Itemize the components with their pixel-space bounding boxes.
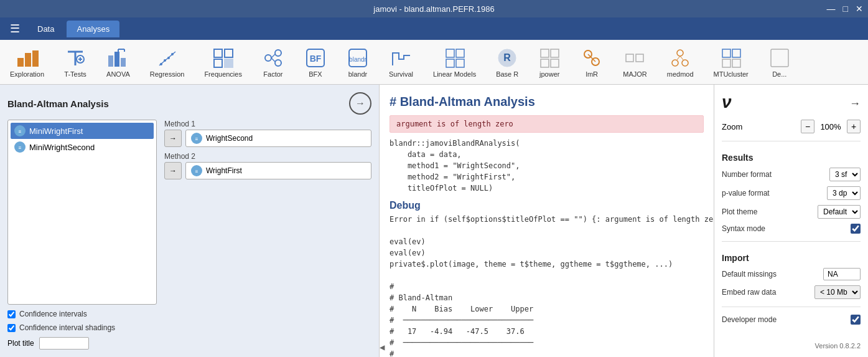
app-title: jamovi - bland.altman.PEFR.1986 <box>373 4 494 14</box>
error-box: argument is of length zero <box>390 115 704 133</box>
svg-point-48 <box>672 60 678 66</box>
zoom-minus-btn[interactable]: − <box>801 120 814 133</box>
plot-title-input[interactable] <box>39 337 89 350</box>
regression-icon <box>156 47 179 69</box>
next-analysis-btn[interactable]: → <box>349 92 371 115</box>
svg-line-18 <box>159 52 175 65</box>
var-item-miniwrightfirst[interactable]: ≡ MiniWrightFirst <box>11 123 154 139</box>
method2-arrow-btn[interactable]: → <box>164 162 182 179</box>
ribbon-medmod[interactable]: medmod <box>662 44 699 80</box>
default-missings-input[interactable] <box>823 268 861 280</box>
ribbon-base-r[interactable]: R Base R <box>491 44 523 80</box>
confidence-intervals-checkbox[interactable] <box>7 310 16 318</box>
ribbon-survival[interactable]: Survival <box>384 44 418 80</box>
svg-rect-2 <box>32 50 39 67</box>
panel-title-text: Bland-Altman Analysis <box>7 98 109 109</box>
ribbon-bfx[interactable]: BF BFX <box>299 44 332 80</box>
ribbon: Exploration T-Tests ANOVA <box>0 40 868 85</box>
var-item-miniwrightsecond[interactable]: ≡ MiniWrightSecond <box>11 139 154 155</box>
right-nav-arrow[interactable]: → <box>849 97 861 110</box>
svg-point-24 <box>275 50 281 56</box>
method1-arrow-btn[interactable]: → <box>164 130 182 147</box>
svg-rect-10 <box>121 58 126 67</box>
plot-theme-row: Plot theme Default <box>722 205 861 219</box>
confidence-shadings-checkbox[interactable] <box>7 324 16 332</box>
developer-mode-checkbox[interactable] <box>851 315 861 325</box>
center-panel: # Bland-Altman Analysis argument is of l… <box>380 85 714 357</box>
ribbon-regression[interactable]: Regression <box>145 44 190 80</box>
exploration-icon <box>16 47 39 69</box>
close-btn[interactable]: ✕ <box>856 4 863 14</box>
pvalue-format-select[interactable]: 3 dp <box>827 186 861 200</box>
plot-title-row: Plot title <box>7 337 371 350</box>
svg-line-51 <box>680 56 683 60</box>
divider-1 <box>722 141 861 141</box>
method1-field: ≡ WrightSecond <box>185 130 371 147</box>
confidence-shadings-row: Confidence interval shadings <box>7 323 371 332</box>
ribbon-jpower[interactable]: jpower <box>533 44 566 80</box>
confidence-intervals-row: Confidence intervals <box>7 310 371 318</box>
base-r-label: Base R <box>496 70 518 78</box>
svg-text:BF: BF <box>310 54 322 64</box>
blandr-label: blandr <box>348 70 368 78</box>
ribbon-ttests[interactable]: T-Tests <box>59 44 91 80</box>
embed-raw-data-select[interactable]: < 10 Mb <box>814 285 861 299</box>
svg-text:blandr: blandr <box>349 56 366 63</box>
syntax-mode-checkbox[interactable] <box>851 224 861 234</box>
svg-rect-38 <box>541 49 549 57</box>
ribbon-lmr[interactable]: lmR <box>576 44 608 80</box>
ribbon-factor[interactable]: Factor <box>257 44 289 80</box>
minimize-btn[interactable]: — <box>827 4 836 14</box>
svg-text:≡: ≡ <box>195 169 198 174</box>
variable-list: ≡ MiniWrightFirst ≡ MiniWrightSecond <box>7 120 157 305</box>
var-icon-miniwrightfirst: ≡ <box>14 125 26 136</box>
plot-title-label: Plot title <box>7 339 34 348</box>
svg-rect-33 <box>456 49 464 57</box>
ribbon-mtucluster[interactable]: MTUcluster <box>709 44 754 80</box>
ribbon-exploration[interactable]: Exploration <box>5 44 49 80</box>
scroll-left-icon[interactable]: ◀ <box>380 342 385 352</box>
svg-text:≡: ≡ <box>195 136 198 142</box>
linear-models-icon <box>444 47 466 69</box>
right-panel: ν → Zoom − 100% + Results Number format … <box>714 85 868 357</box>
embed-raw-data-label: Embed raw data <box>722 288 776 297</box>
version-text: Version 0.8.2.2 <box>722 342 861 350</box>
default-missings-row: Default missings <box>722 268 861 280</box>
ribbon-de[interactable]: De... <box>763 44 796 80</box>
number-format-label: Number format <box>722 170 772 179</box>
maximize-btn[interactable]: □ <box>843 4 848 14</box>
method-area: Method 1 → ≡ WrightSecond <box>164 120 371 305</box>
developer-mode-label: Developer mode <box>722 315 777 324</box>
zoom-row: Zoom − 100% + <box>722 120 861 133</box>
svg-line-27 <box>271 58 275 62</box>
jpower-label: jpower <box>539 70 559 78</box>
ribbon-major[interactable]: MAJOR <box>618 44 652 80</box>
regression-label: Regression <box>150 70 185 78</box>
plot-theme-label: Plot theme <box>722 207 757 216</box>
method1-group: Method 1 → ≡ WrightSecond <box>164 120 371 147</box>
ribbon-blandr[interactable]: blandr blandr <box>342 44 374 80</box>
plot-theme-select[interactable]: Default <box>818 205 861 219</box>
medmod-icon <box>669 47 691 69</box>
window-controls[interactable]: — □ ✕ <box>827 4 863 14</box>
zoom-plus-btn[interactable]: + <box>847 120 861 133</box>
svg-rect-45 <box>626 54 633 62</box>
tab-data[interactable]: Data <box>27 21 64 37</box>
number-format-select[interactable]: 3 sf <box>829 168 861 181</box>
ribbon-linear-models[interactable]: Linear Models <box>428 44 481 80</box>
exploration-label: Exploration <box>10 70 44 78</box>
hamburger-menu[interactable]: ☰ <box>5 19 25 38</box>
debug-title: Debug <box>390 200 704 211</box>
method1-label: Method 1 <box>164 120 371 128</box>
ttests-icon <box>64 47 86 69</box>
tab-analyses[interactable]: Analyses <box>67 21 119 37</box>
code-block-debug: Error in if (self$options$titleOfPlot ==… <box>390 214 704 357</box>
survival-icon <box>390 47 413 69</box>
ribbon-anova[interactable]: ANOVA <box>101 44 135 80</box>
output-title: # Bland-Altman Analysis <box>390 95 704 109</box>
svg-rect-39 <box>551 49 559 57</box>
method2-group: Method 2 → ≡ WrightFirst <box>164 152 371 179</box>
code-block-main: blandr::jamoviBlandRAnalysis( data = dat… <box>390 138 704 194</box>
ribbon-frequencies[interactable]: Frequencies <box>199 44 247 80</box>
results-section-title: Results <box>722 153 861 163</box>
